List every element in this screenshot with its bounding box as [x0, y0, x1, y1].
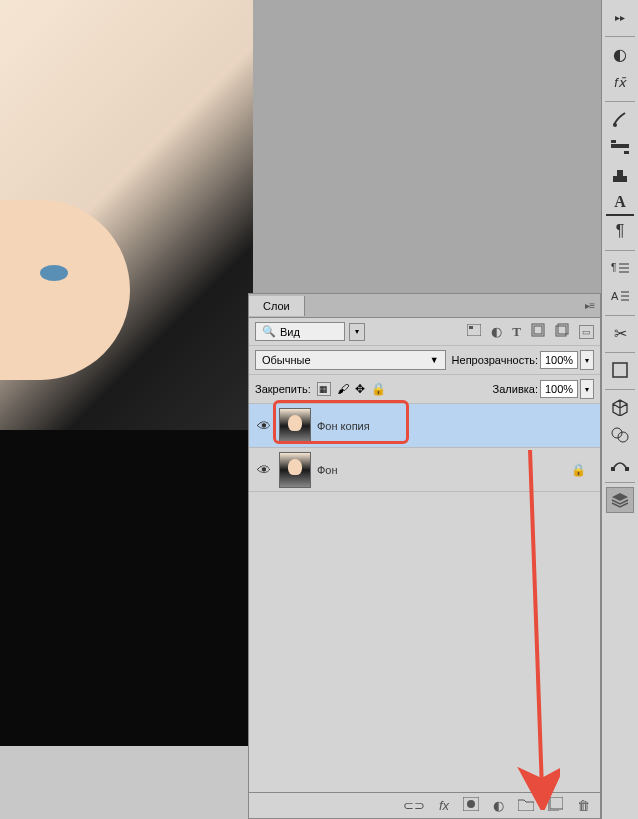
adjustment-layer-icon[interactable]: ◐	[493, 798, 504, 813]
chevron-down-icon: ▼	[430, 355, 439, 365]
lock-all-icon[interactable]: 🔒	[371, 382, 386, 396]
visibility-icon[interactable]: 👁	[255, 462, 273, 478]
svg-rect-8	[550, 797, 563, 809]
filter-pixel-icon[interactable]	[467, 324, 481, 339]
character-styles-icon[interactable]: A	[606, 283, 634, 309]
svg-rect-12	[611, 140, 616, 143]
panel-tabs: Слои ▸≡	[249, 294, 600, 318]
filter-dropdown-icon[interactable]: ▾	[349, 323, 365, 341]
opacity-label: Непрозрачность:	[452, 354, 538, 366]
lock-paint-icon[interactable]: 🖌	[337, 382, 349, 396]
3d-icon[interactable]	[606, 394, 634, 420]
fill-input[interactable]: 100%	[540, 380, 578, 398]
navigator-icon[interactable]	[606, 357, 634, 383]
delete-layer-icon[interactable]: 🗑	[577, 798, 590, 813]
clone-source-icon[interactable]	[606, 162, 634, 188]
layers-panel-footer: ⊂⊃ fx ◐ 🗑	[249, 792, 600, 818]
svg-rect-1	[469, 326, 473, 329]
filter-adjustment-icon[interactable]: ◐	[491, 324, 502, 339]
blend-mode-select[interactable]: Обычные ▼	[255, 350, 446, 370]
svg-rect-13	[624, 151, 629, 154]
swatches-icon[interactable]	[606, 134, 634, 160]
visibility-icon[interactable]: 👁	[255, 418, 273, 434]
svg-text:¶: ¶	[611, 262, 616, 273]
layer-list: 👁 Фон копия 👁 Фон 🔒	[249, 404, 600, 492]
collapse-panels-icon[interactable]: ▸▸	[606, 4, 634, 30]
styles-icon[interactable]: fx̄	[606, 69, 634, 95]
layers-panel-icon[interactable]	[606, 487, 634, 513]
svg-rect-3	[534, 326, 542, 334]
svg-rect-27	[611, 467, 615, 471]
filter-shape-icon[interactable]	[531, 323, 545, 340]
character-icon[interactable]: A	[606, 190, 634, 216]
tab-layers[interactable]: Слои	[249, 296, 305, 316]
layer-thumbnail[interactable]	[279, 408, 311, 444]
blend-mode-value: Обычные	[262, 354, 311, 366]
workspace-background-bottom	[0, 746, 253, 819]
lock-position-icon[interactable]: ✥	[355, 382, 365, 396]
lock-label: Закрепить:	[255, 383, 311, 395]
blend-row: Обычные ▼ Непрозрачность: 100% ▾	[249, 346, 600, 375]
fill-label: Заливка:	[493, 383, 538, 395]
panel-menu-icon[interactable]: ▸≡	[585, 300, 594, 311]
svg-rect-14	[613, 176, 627, 182]
svg-rect-11	[611, 144, 629, 148]
layer-name[interactable]: Фон	[317, 464, 338, 476]
svg-rect-0	[467, 324, 481, 336]
layer-filter-select[interactable]: 🔍 Вид	[255, 322, 345, 341]
paragraph-icon[interactable]: ¶	[606, 218, 634, 244]
layer-group-icon[interactable]	[518, 798, 534, 814]
new-layer-icon[interactable]	[548, 797, 563, 814]
opacity-dropdown-icon[interactable]: ▾	[580, 350, 594, 370]
layer-mask-icon[interactable]	[463, 797, 479, 814]
layers-panel: Слои ▸≡ 🔍 Вид ▾ ◐ T ▭ Обычные ▼	[248, 293, 601, 819]
layer-item-fon-kopiya[interactable]: 👁 Фон копия	[249, 404, 600, 448]
opacity-input[interactable]: 100%	[540, 351, 578, 369]
svg-point-7	[467, 800, 475, 808]
link-layers-icon[interactable]: ⊂⊃	[403, 798, 425, 813]
svg-rect-15	[617, 170, 623, 176]
search-icon: 🔍	[262, 325, 276, 338]
workspace-background	[253, 0, 601, 293]
layer-item-fon[interactable]: 👁 Фон 🔒	[249, 448, 600, 492]
tool-presets-icon[interactable]: ✂	[606, 320, 634, 346]
layer-style-icon[interactable]: fx	[439, 798, 449, 813]
svg-rect-24	[613, 363, 627, 377]
canvas-area[interactable]	[0, 0, 253, 746]
brush-panel-icon[interactable]	[606, 106, 634, 132]
svg-text:A: A	[611, 290, 619, 302]
document-image	[0, 0, 253, 746]
adjustment-icon[interactable]: ◐	[606, 41, 634, 67]
filter-label: Вид	[280, 326, 300, 338]
filter-row: 🔍 Вид ▾ ◐ T ▭	[249, 318, 600, 346]
channels-icon[interactable]	[606, 422, 634, 448]
filter-toggle-icon[interactable]: ▭	[579, 325, 594, 339]
paragraph-styles-icon[interactable]: ¶	[606, 255, 634, 281]
layer-name[interactable]: Фон копия	[317, 420, 370, 432]
svg-point-10	[613, 123, 617, 127]
lock-transparency-icon[interactable]: ▦	[317, 382, 331, 396]
filter-type-icon[interactable]: T	[512, 324, 521, 340]
fill-dropdown-icon[interactable]: ▾	[580, 379, 594, 399]
lock-row: Закрепить: ▦ 🖌 ✥ 🔒 Заливка: 100% ▾	[249, 375, 600, 404]
svg-rect-28	[625, 467, 629, 471]
paths-icon[interactable]	[606, 450, 634, 476]
filter-smart-icon[interactable]	[555, 323, 569, 340]
layer-thumbnail[interactable]	[279, 452, 311, 488]
right-sidebar: ▸▸ ◐ fx̄ A ¶ ¶ A ✂	[601, 0, 638, 819]
lock-icon[interactable]: 🔒	[571, 463, 586, 477]
